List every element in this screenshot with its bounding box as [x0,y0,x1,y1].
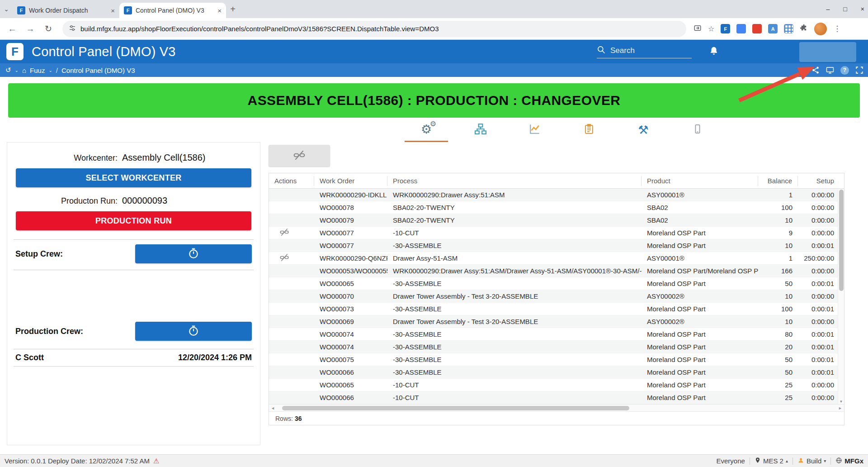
row-product: Moreland OSP Part [642,394,758,401]
column-header-product[interactable]: Product [642,176,758,186]
browser-tab-control-panel[interactable]: F Control Panel (DMO) V3 × [119,3,226,18]
row-balance: 20 [758,343,798,351]
row-process: Drawer Assy-51-ASM [387,254,642,262]
tab-metrics[interactable] [513,118,557,142]
table-row[interactable]: WO000073 -30-ASSEMBLE Moreland OSP Part … [269,303,844,315]
home-icon[interactable]: ⌂ [22,67,26,74]
bookmark-star-icon[interactable]: ☆ [708,24,714,33]
share-link-icon[interactable] [811,66,820,74]
display-monitor-icon[interactable] [826,66,834,74]
breadcrumb-separator: / [56,67,58,74]
scroll-left-arrow-icon[interactable]: ◄ [271,406,275,410]
table-row[interactable]: WO000069 Drawer Tower Assembly - Test 3-… [269,315,844,328]
browser-tab-work-order-dispatch[interactable]: F Work Order Dispatch × [13,3,119,18]
unlink-toggle-button[interactable] [269,145,330,167]
forward-button[interactable]: → [23,24,38,34]
table-row[interactable]: WO000077 -10-CUT Moreland OSP Part 9 0:0… [269,227,844,239]
warning-icon[interactable]: ⚠ [153,457,159,465]
breadcrumb-chevron-icon[interactable]: ⌄ [48,68,52,73]
table-row[interactable]: WO000074 -30-ASSEMBLE Moreland OSP Part … [269,341,844,353]
browser-tab-strip: ⌄ F Work Order Dispatch × F Control Pane… [0,0,868,18]
table-row[interactable]: WRK00000290-IDKLL WRK00000290:Drawer Ass… [269,189,844,201]
fuuz-logo[interactable]: F [6,43,24,60]
tools-icon: ⚒ [638,123,648,137]
column-header-work-order[interactable]: Work Order [314,176,387,186]
fullscreen-icon[interactable] [855,66,863,74]
browser-menu-icon[interactable]: ⋮ [833,24,841,33]
translate-extension-icon[interactable]: A [768,24,778,33]
url-bar[interactable]: build.mfgx.fuuz.app/shopFloorExecution/c… [62,21,686,37]
share-page-icon[interactable] [693,24,702,34]
table-row[interactable]: WO000070 Drawer Tower Assembly - Test 3-… [269,290,844,303]
reload-button[interactable]: ↻ [41,24,56,34]
tab-checklist[interactable] [567,118,611,142]
table-row[interactable]: WO000066 -30-ASSEMBLE Moreland OSP Part … [269,366,844,379]
table-row[interactable]: WO000065 -10-CUT Moreland OSP Part 25 0:… [269,379,844,391]
vertical-scrollbar-thumb[interactable] [839,190,844,291]
row-setup: 0:00:01 [798,280,844,287]
tab-device[interactable] [676,118,719,142]
tab-maintenance[interactable]: ⚒ [622,118,665,142]
column-header-setup[interactable]: Setup [798,176,844,186]
tab-search-chevron-icon[interactable]: ⌄ [0,5,13,13]
row-product: Moreland OSP Part [642,356,758,363]
window-close-button[interactable]: × [861,5,864,13]
dispatch-table: Actions Work Order Process Product Balan… [269,173,844,425]
fuuz-favicon: F [124,6,132,14]
notifications-bell-icon[interactable] [709,46,719,58]
environment-selector[interactable]: MES 2 ▴ [755,457,788,465]
column-header-actions[interactable]: Actions [269,176,314,186]
tab-operations-gears[interactable]: ⚙⚙ [405,118,448,142]
user-menu-button[interactable] [799,42,856,62]
breadcrumb-root[interactable]: Fuuz [30,67,45,74]
search-input[interactable] [610,46,683,55]
production-crew-timer-button[interactable] [135,322,252,341]
scroll-right-arrow-icon[interactable]: ► [838,406,842,410]
toolbar-icons: ☆ F A [693,24,808,34]
minimize-button[interactable]: – [826,5,830,13]
site-settings-icon[interactable] [69,24,76,33]
link-off-icon[interactable] [280,228,289,237]
divider [14,270,254,270]
table-row[interactable]: WO000077 -30-ASSEMBLE Moreland OSP Part … [269,239,844,252]
horizontal-scrollbar-thumb[interactable] [282,406,629,410]
docs-extension-icon[interactable] [736,24,746,33]
profile-avatar[interactable] [814,23,827,35]
url-text[interactable]: build.mfgx.fuuz.app/shopFloorExecution/c… [80,25,439,33]
table-row[interactable]: WO000075 -30-ASSEMBLE Moreland OSP Part … [269,353,844,366]
vertical-scrollbar[interactable]: ▼ [838,189,844,404]
table-row[interactable]: WO000053/WO000055 WRK00000290:Drawer Ass… [269,265,844,277]
table-row[interactable]: WRK00000290-Q6NZP Drawer Assy-51-ASM ASY… [269,252,844,265]
row-process: -30-ASSEMBLE [387,280,642,287]
help-icon[interactable]: ? [840,66,849,75]
scroll-down-arrow-icon[interactable]: ▼ [838,400,844,404]
table-row[interactable]: WO000078 SBA02-20-TWENTY SBA02 100 0:00:… [269,201,844,214]
maximize-button[interactable]: □ [843,5,847,13]
select-workcenter-button[interactable]: SELECT WORKCENTER [16,168,251,187]
back-button[interactable]: ← [5,24,20,34]
fuuz-extension-icon[interactable]: F [721,24,730,33]
table-row[interactable]: WO000074 -30-ASSEMBLE Moreland OSP Part … [269,328,844,341]
history-icon[interactable]: ↺ [5,66,11,74]
table-row[interactable]: WO000066 -10-CUT Moreland OSP Part 25 0:… [269,391,844,404]
pdf-extension-icon[interactable] [752,24,762,33]
audience-selector[interactable]: Everyone [717,457,745,465]
build-selector[interactable]: Build ▾ [797,457,826,465]
column-header-balance[interactable]: Balance [758,176,798,186]
extensions-puzzle-icon[interactable] [800,24,808,34]
history-chevron-icon[interactable]: ⌄ [15,68,19,73]
horizontal-scrollbar-track[interactable] [277,406,836,410]
table-extension-icon[interactable] [784,24,793,33]
table-row[interactable]: WO000065 -30-ASSEMBLE Moreland OSP Part … [269,277,844,290]
horizontal-scrollbar[interactable]: ◄ ► [269,404,844,411]
column-header-process[interactable]: Process [387,176,642,186]
setup-crew-timer-button[interactable] [135,244,252,263]
tab-close-icon[interactable]: × [217,7,222,14]
new-tab-button[interactable]: + [226,4,240,14]
table-row[interactable]: WO000079 SBA02-20-TWENTY SBA02 10 0:00:0… [269,214,844,227]
link-off-icon[interactable] [280,253,289,262]
tab-workcenters[interactable] [459,118,502,142]
header-search[interactable] [597,45,692,58]
tab-close-icon[interactable]: × [111,7,115,14]
production-run-button[interactable]: PRODUCTION RUN [16,211,251,230]
